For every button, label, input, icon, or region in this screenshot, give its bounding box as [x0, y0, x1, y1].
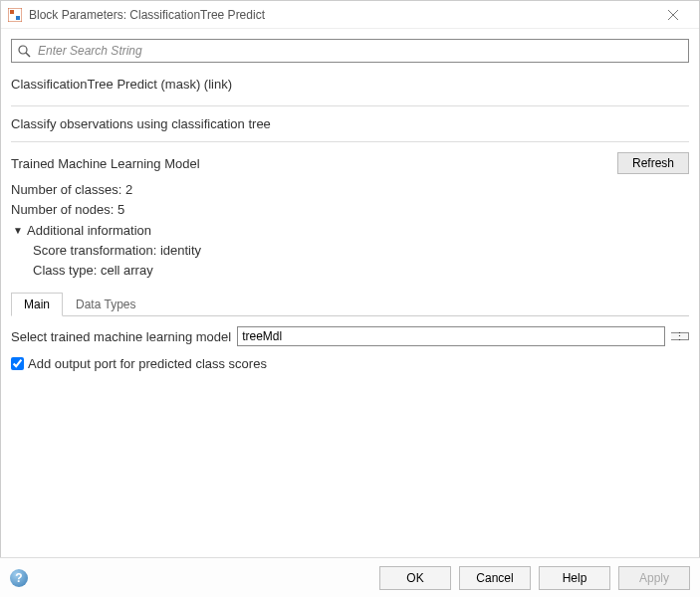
- num-nodes-row: Number of nodes: 5: [11, 202, 689, 217]
- num-classes-value: 2: [125, 182, 132, 197]
- svg-line-6: [26, 53, 30, 57]
- search-icon: [16, 43, 32, 59]
- tab-main[interactable]: Main: [11, 293, 63, 316]
- context-help-button[interactable]: ?: [10, 569, 28, 587]
- output-port-checkbox-label: Add output port for predicted class scor…: [28, 356, 267, 371]
- tab-bar: Main Data Types: [11, 292, 689, 316]
- tab-main-panel: Select trained machine learning model ⋮ …: [11, 316, 689, 371]
- titlebar: Block Parameters: ClassificationTree Pre…: [1, 1, 699, 29]
- ok-button[interactable]: OK: [379, 566, 451, 590]
- app-icon: [7, 7, 23, 23]
- class-type-row: Class type: cell array: [33, 263, 689, 278]
- block-description: Classify observations using classificati…: [11, 116, 689, 131]
- select-model-label: Select trained machine learning model: [11, 329, 231, 344]
- chevron-down-icon: ▼: [11, 225, 25, 236]
- apply-button: Apply: [618, 566, 690, 590]
- search-field-wrapper[interactable]: [11, 39, 689, 63]
- class-type-value: cell array: [101, 263, 153, 278]
- window-title: Block Parameters: ClassificationTree Pre…: [29, 8, 653, 22]
- help-button[interactable]: Help: [539, 566, 610, 590]
- refresh-button[interactable]: Refresh: [617, 152, 689, 174]
- num-classes-label: Number of classes:: [11, 182, 121, 197]
- score-transformation-label: Score transformation:: [33, 243, 156, 258]
- output-port-checkbox[interactable]: [11, 357, 24, 370]
- svg-point-5: [19, 46, 27, 54]
- svg-rect-1: [10, 10, 14, 14]
- divider: [11, 141, 689, 142]
- divider: [11, 105, 689, 106]
- trained-model-label: Trained Machine Learning Model: [11, 156, 200, 171]
- close-button[interactable]: [653, 3, 693, 27]
- score-transformation-value: identity: [160, 243, 201, 258]
- cancel-button[interactable]: Cancel: [459, 566, 531, 590]
- close-icon: [668, 10, 678, 20]
- block-heading: ClassificationTree Predict (mask) (link): [11, 77, 689, 96]
- dialog-footer: ? OK Cancel Help Apply: [0, 557, 700, 597]
- question-icon: ?: [15, 571, 22, 585]
- select-model-input[interactable]: [238, 327, 664, 345]
- additional-info-label: Additional information: [27, 223, 151, 238]
- num-classes-row: Number of classes: 2: [11, 182, 689, 197]
- additional-info-toggle[interactable]: ▼ Additional information: [11, 223, 689, 238]
- score-transformation-row: Score transformation: identity: [33, 243, 689, 258]
- browse-model-button[interactable]: ⋮: [671, 332, 689, 340]
- num-nodes-value: 5: [117, 202, 124, 217]
- class-type-label: Class type:: [33, 263, 97, 278]
- vertical-dots-icon: ⋮: [674, 333, 685, 339]
- search-input[interactable]: [36, 43, 684, 59]
- tab-data-types[interactable]: Data Types: [63, 293, 148, 316]
- num-nodes-label: Number of nodes:: [11, 202, 114, 217]
- svg-rect-2: [16, 16, 20, 20]
